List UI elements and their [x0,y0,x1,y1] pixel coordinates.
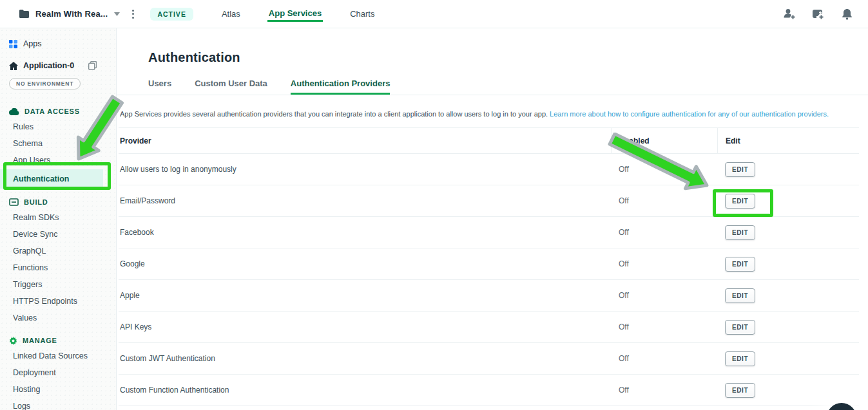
providers-table: Provider Enabled Edit Allow users to log… [119,127,859,406]
enabled-status: Off [611,291,717,300]
provider-row-facebook: FacebookOffEDIT [119,217,859,248]
edit-cell: EDIT [717,320,859,335]
sidebar-section-label: MANAGE [23,337,57,344]
sidebar-section-manage: MANAGELinked Data SourcesDeploymentHosti… [0,334,116,410]
sidebar-item-schema[interactable]: Schema [0,135,116,151]
auth-description-text: App Services provides several authentica… [120,110,550,118]
project-menu-kebab-icon[interactable] [130,8,136,21]
sidebar-item-authentication[interactable]: Authentication [0,169,103,189]
sidebar-item-values[interactable]: Values [0,310,116,326]
app-sidebar: Apps Application-0 NO ENVIRONMENT DATA A… [0,28,117,410]
main-content: Authentication UsersCustom User DataAuth… [117,28,868,410]
enabled-status: Off [611,386,717,395]
edit-cell: EDIT [717,162,859,177]
sidebar-item-apps[interactable]: Apps [0,37,116,50]
sidebar-section-header-data-access: DATA ACCESS [0,105,116,118]
sidebar-section-header-build: BUILD [0,196,116,209]
sidebar-item-https-endpoints[interactable]: HTTPS Endpoints [0,293,116,309]
project-name[interactable]: Realm With Rea... [35,9,108,19]
edit-button-allow-users-to-log-in-anonymously[interactable]: EDIT [725,162,755,177]
provider-name: Apple [119,291,611,300]
edit-button-custom-function-authentication[interactable]: EDIT [725,383,755,398]
cloud-icon [9,108,19,115]
provider-row-custom-jwt-authentication: Custom JWT AuthenticationOffEDIT [119,343,859,375]
edit-button-google[interactable]: EDIT [725,257,755,272]
edit-button-custom-jwt-authentication[interactable]: EDIT [725,351,755,366]
provider-name: Allow users to log in anonymously [119,165,611,174]
sidebar-app-name-row[interactable]: Application-0 [0,59,116,72]
enabled-status: Off [611,259,717,268]
provider-row-allow-users-to-log-in-anonymously: Allow users to log in anonymouslyOffEDIT [119,154,859,185]
sidebar-item-label: Hosting [13,385,40,394]
page-title: Authentication [148,50,868,65]
provider-row-apple: AppleOffEDIT [119,280,859,312]
column-header-provider: Provider [119,128,611,153]
provider-name: Facebook [119,228,611,237]
edit-button-email-password[interactable]: EDIT [725,194,755,209]
project-switcher-caret-icon[interactable] [114,12,120,16]
nav-tab-atlas[interactable]: Atlas [220,6,242,21]
sidebar-item-realm-sdks[interactable]: Realm SDKs [0,209,116,225]
sidebar-item-linked-data-sources[interactable]: Linked Data Sources [0,348,116,364]
sidebar-item-logs[interactable]: Logs [0,398,116,410]
sidebar-section-data-access: DATA ACCESSRulesSchemaApp UsersAuthentic… [0,105,116,189]
sidebar-item-app-users[interactable]: App Users [0,152,116,168]
sidebar-item-label: Schema [13,139,43,148]
sidebar-item-label: Triggers [13,280,42,289]
copy-app-id-icon[interactable] [88,61,97,70]
nav-tab-charts[interactable]: Charts [349,6,376,21]
column-header-edit: Edit [717,128,859,153]
sidebar-item-hosting[interactable]: Hosting [0,381,116,397]
top-navigation-bar: Realm With Rea... ACTIVE AtlasApp Servic… [0,0,868,28]
sidebar-sections: DATA ACCESSRulesSchemaApp UsersAuthentic… [0,105,116,410]
provider-row-api-keys: API KeysOffEDIT [119,312,859,343]
sidebar-item-rules[interactable]: Rules [0,118,116,135]
provider-name: Google [119,259,611,268]
edit-button-facebook[interactable]: EDIT [725,225,755,240]
tab-users[interactable]: Users [148,79,171,95]
enabled-status: Off [611,196,717,205]
sidebar-item-label: Authentication [13,174,70,183]
sidebar-section-build: BUILDRealm SDKsDevice SyncGraphQLFunctio… [0,196,116,326]
provider-row-google: GoogleOffEDIT [119,248,859,280]
column-header-enabled: Enabled [611,128,717,153]
enabled-status: Off [611,322,717,331]
providers-table-body: Allow users to log in anonymouslyOffEDIT… [119,154,859,406]
enabled-status: Off [611,354,717,363]
sidebar-item-label: Functions [13,263,48,272]
edit-cell: EDIT [717,194,859,209]
edit-button-api-keys[interactable]: EDIT [725,320,755,335]
sidebar-item-label: Device Sync [13,230,57,239]
provider-name: Custom Function Authentication [119,386,611,395]
sidebar-item-deployment[interactable]: Deployment [0,364,116,380]
edit-cell: EDIT [717,257,859,272]
app-name: Application-0 [23,61,74,70]
sidebar-item-triggers[interactable]: Triggers [0,276,116,292]
status-badge: ACTIVE [150,8,193,21]
edit-button-apple[interactable]: EDIT [725,288,755,303]
gear-icon [9,337,17,345]
sidebar-item-label: App Users [13,156,50,165]
invite-user-icon[interactable] [784,8,796,19]
provider-row-custom-function-authentication: Custom Function AuthenticationOffEDIT [119,375,859,406]
provider-row-email-password: Email/PasswordOffEDIT [119,185,859,217]
sidebar-item-device-sync[interactable]: Device Sync [0,226,116,242]
auth-description: App Services provides several authentica… [120,110,860,118]
sidebar-item-label: Values [13,313,37,322]
sidebar-item-label: Linked Data Sources [13,351,88,360]
project-folder-icon [19,10,29,18]
monitor-icon [9,198,19,206]
sidebar-item-functions[interactable]: Functions [0,259,116,275]
sidebar-item-graphql[interactable]: GraphQL [0,243,116,259]
tab-authentication-providers[interactable]: Authentication Providers [291,79,391,95]
edit-cell: EDIT [717,383,859,398]
add-team-icon[interactable] [813,8,825,19]
sidebar-item-label: Logs [13,402,30,410]
apps-grid-icon [9,40,17,48]
topbar-right-icons [784,8,868,20]
home-icon [9,62,18,70]
tab-custom-user-data[interactable]: Custom User Data [195,79,267,95]
nav-tab-app-services[interactable]: App Services [267,6,323,22]
notifications-bell-icon[interactable] [842,8,853,20]
learn-more-link[interactable]: Learn more about how to configure authen… [550,110,829,118]
